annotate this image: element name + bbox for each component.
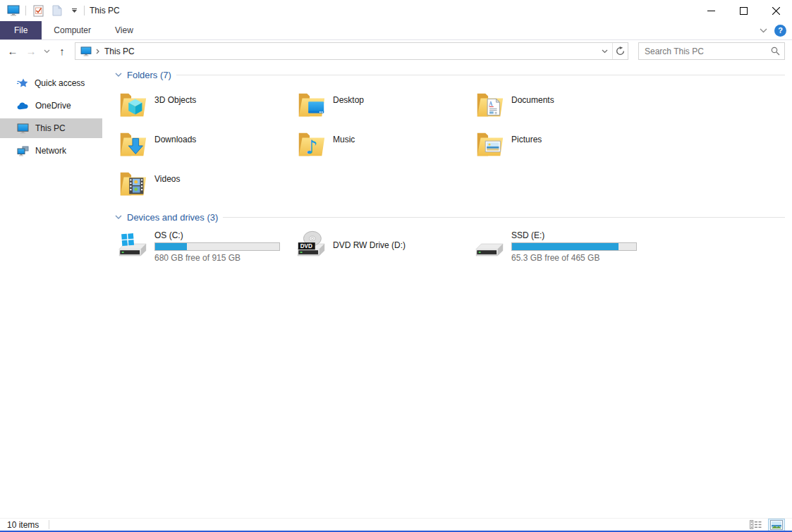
view-toggles (748, 519, 785, 531)
folder-name: Videos (154, 174, 180, 184)
drive-name: DVD RW Drive (D:) (333, 240, 406, 251)
breadcrumb-this-pc[interactable]: This PC (104, 47, 135, 56)
search-input[interactable] (645, 47, 771, 56)
disk-usage-fill (155, 243, 187, 250)
drive-info: SSD (E:)65.3 GB free of 465 GB (511, 229, 637, 263)
recent-locations-chevron-icon[interactable] (41, 43, 52, 60)
status-bar: 10 items (0, 518, 792, 531)
folder-name: Desktop (333, 95, 364, 105)
close-button[interactable] (760, 0, 792, 21)
sidebar-item-quick-access[interactable]: Quick access (0, 73, 102, 93)
minimize-button[interactable] (695, 0, 727, 21)
sidebar-item-label: This PC (35, 123, 66, 133)
toolbar-separator (84, 6, 85, 16)
documents-folder-icon: A (473, 89, 506, 121)
group-devices-and-drives-3: Devices and drives (3)OS (C:)680 GB free… (115, 210, 785, 268)
quick-access-toolbar (0, 3, 85, 18)
folder-tile-desktop[interactable]: Desktop (293, 85, 472, 125)
desktop-folder-icon (295, 89, 327, 121)
drive-info: DVD RW Drive (D:) (333, 229, 406, 263)
breadcrumb: This PC (96, 47, 135, 56)
drive-name: SSD (E:) (511, 230, 637, 241)
drive-tile-ssd-e[interactable]: SSD (E:)65.3 GB free of 465 GB (472, 228, 650, 268)
this-pc-monitor-icon (17, 123, 29, 134)
expand-ribbon-chevron-icon[interactable] (760, 28, 767, 33)
new-folder-button[interactable] (50, 3, 64, 18)
onedrive-cloud-icon (17, 100, 29, 111)
group-collapse-chevron-icon[interactable] (115, 73, 122, 77)
sidebar-item-this-pc[interactable]: This PC (0, 118, 102, 138)
disk-usage-fill (512, 243, 619, 250)
search-icon[interactable] (771, 47, 780, 56)
tab-view[interactable]: View (103, 21, 145, 39)
sidebar-item-onedrive[interactable]: OneDrive (0, 96, 102, 116)
file-explorer-window: This PC File Computer View ? ← → ↑ (0, 0, 792, 532)
quick-access-star-icon (17, 78, 28, 89)
folder-tile-3d-objects[interactable]: 3D Objects (115, 85, 293, 125)
drive-info: OS (C:)680 GB free of 915 GB (154, 229, 280, 263)
up-button[interactable]: ↑ (54, 43, 71, 60)
folder-name: 3D Objects (154, 95, 196, 105)
folder-tile-downloads[interactable]: Downloads (115, 125, 293, 164)
folder-name: Music (333, 135, 355, 144)
tile-grid: OS (C:)680 GB free of 915 GBDVDDVD RW Dr… (115, 228, 785, 268)
sidebar-item-network[interactable]: Network (0, 141, 102, 161)
svg-text:♪: ♪ (305, 136, 317, 158)
group-collapse-chevron-icon[interactable] (115, 215, 122, 219)
ribbon-right-controls: ? (760, 21, 792, 39)
svg-text:DVD: DVD (300, 243, 312, 249)
folder-name: Downloads (154, 135, 196, 144)
title-bar: This PC (0, 0, 792, 21)
properties-button[interactable] (31, 3, 45, 18)
caret-line (72, 8, 77, 9)
drive-free-space: 65.3 GB free of 465 GB (511, 253, 637, 263)
tab-file[interactable]: File (0, 21, 42, 39)
large-icons-view-button[interactable] (768, 519, 785, 531)
maximize-button[interactable] (727, 0, 760, 21)
drive-tile-os-c[interactable]: OS (C:)680 GB free of 915 GB (115, 228, 293, 268)
navigation-pane: Quick access OneDrive This PC Network (0, 62, 102, 518)
this-pc-system-icon (6, 3, 20, 18)
group-label: Devices and drives (3) (127, 212, 218, 223)
folder-name: Pictures (511, 135, 542, 144)
videos-folder-icon (116, 168, 149, 200)
sidebar-item-label: OneDrive (35, 101, 71, 111)
music-folder-icon: ♪ (295, 128, 327, 161)
tile-grid: 3D ObjectsDesktopADocumentsDownloads♪Mus… (115, 85, 785, 204)
sidebar-item-label: Quick access (35, 78, 85, 88)
this-pc-monitor-icon (75, 47, 96, 56)
group-header-folders-7[interactable]: Folders (7) (115, 68, 785, 82)
chevron-down-icon (72, 10, 77, 13)
refresh-icon[interactable] (612, 43, 628, 59)
details-view-button[interactable] (748, 519, 764, 531)
drive-tile-dvd-rw-drive-d[interactable]: DVDDVD RW Drive (D:) (293, 228, 472, 268)
disk-usage-bar (511, 242, 637, 251)
toolbar-separator (25, 6, 26, 16)
folder-name: Documents (511, 95, 554, 105)
dvd-drive-icon: DVD (295, 229, 327, 261)
folder-tile-music[interactable]: ♪Music (293, 125, 472, 164)
ssd-drive-icon (473, 229, 506, 261)
group-header-rule (223, 217, 785, 218)
customize-quick-access-toolbar-button[interactable] (69, 3, 79, 18)
tab-computer[interactable]: Computer (42, 21, 103, 39)
group-label: Folders (7) (127, 70, 171, 80)
folder-tile-documents[interactable]: ADocuments (472, 85, 650, 125)
address-dropdown-chevron-icon[interactable] (597, 43, 612, 59)
folder-tile-pictures[interactable]: Pictures (472, 125, 650, 164)
3d-objects-folder-icon (116, 89, 149, 121)
back-button[interactable]: ← (4, 43, 21, 60)
folder-tile-videos[interactable]: Videos (115, 164, 293, 204)
help-button[interactable]: ? (774, 25, 786, 37)
address-bar[interactable]: This PC (75, 42, 628, 60)
address-bar-controls (597, 43, 628, 59)
group-header-rule (176, 75, 785, 75)
items-count: 10 items (7, 520, 39, 530)
breadcrumb-chevron-icon[interactable] (96, 49, 99, 54)
window-controls (695, 0, 792, 21)
pictures-folder-icon (473, 128, 506, 161)
forward-button[interactable]: → (23, 43, 39, 60)
drive-name: OS (C:) (154, 230, 280, 241)
ribbon-tab-bar: File Computer View ? (0, 21, 792, 40)
group-header-devices-and-drives-3[interactable]: Devices and drives (3) (115, 210, 785, 224)
